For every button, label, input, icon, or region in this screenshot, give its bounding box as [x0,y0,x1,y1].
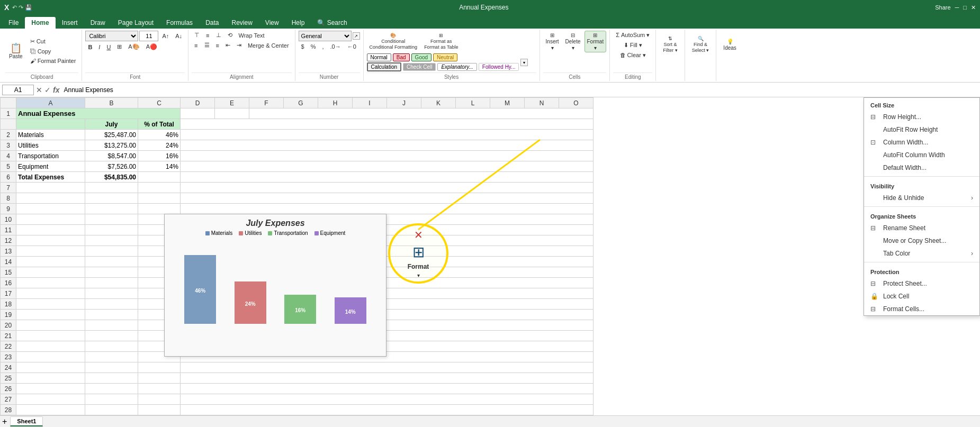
rename-sheet-item[interactable]: ⊟ Rename Sheet [864,222,979,234]
column-width-item[interactable]: ⊡ Column Width... [864,136,979,149]
col-header-m[interactable]: M [490,98,525,108]
autofit-col-width-item[interactable]: AutoFit Column Width [864,149,979,161]
style-normal[interactable]: Normal [367,53,391,61]
tab-formulas[interactable]: Formulas [160,17,199,29]
percent-btn[interactable]: $ [299,42,307,51]
insert-button[interactable]: ⊞ Insert ▾ [543,31,562,52]
tab-view[interactable]: View [259,17,285,29]
merge-center-btn[interactable]: Merge & Center [245,41,292,50]
style-neutral[interactable]: Neutral [433,53,457,61]
tab-draw[interactable]: Draw [84,17,112,29]
grid-container[interactable]: A B C D E F G H I J K L M N O [0,97,980,415]
add-sheet-btn[interactable]: + [2,417,7,426]
cell-b4[interactable]: $8,547.00 [85,151,138,161]
confirm-formula-icon[interactable]: ✓ [44,86,51,94]
format-as-table-btn[interactable]: ⊞ Format as Format as Table [421,31,461,52]
style-check[interactable]: Check Cell [403,63,436,71]
chart-container[interactable]: July Expenses Materials Utilities Transp… [164,214,386,357]
formula-input[interactable]: Annual Expenses [61,85,978,95]
style-good[interactable]: Good [411,53,431,61]
cell-b5[interactable]: $7,526.00 [85,161,138,172]
protect-sheet-item[interactable]: ⊟ Protect Sheet... [864,277,979,290]
expand-number-btn[interactable]: ↗ [353,32,360,40]
cell-a6[interactable]: Total Expenses [16,172,85,183]
align-middle-btn[interactable]: ≡ [203,31,212,40]
tab-data[interactable]: Data [199,17,225,29]
cancel-formula-icon[interactable]: ✕ [36,86,42,94]
col-header-k[interactable]: K [421,98,456,108]
align-right-btn[interactable]: ≡ [213,41,222,50]
paste-button[interactable]: 📋 Paste [5,31,26,71]
autofit-row-height-item[interactable]: AutoFit Row Height [864,123,979,136]
col-header-i[interactable]: I [353,98,387,108]
cell-d1[interactable] [181,108,215,119]
cell-a3[interactable]: Utilities [16,140,85,151]
col-header-h[interactable]: H [318,98,353,108]
search-box[interactable]: 🔍 Search [311,17,353,29]
col-header-n[interactable]: N [525,98,559,108]
font-size-input[interactable] [139,31,158,41]
conditional-formatting-btn[interactable]: 🎨 Conditional Conditional Formatting [367,31,420,52]
hide-unhide-item[interactable]: Hide & Unhide › [864,192,979,204]
col-header-j[interactable]: J [387,98,421,108]
tab-home[interactable]: Home [25,17,55,29]
default-width-item[interactable]: Default Width... [864,161,979,174]
font-color-button[interactable]: A🔴 [143,42,160,51]
cell-a-hdr[interactable] [16,119,85,130]
cell-c4[interactable]: 16% [138,151,181,161]
tab-page-layout[interactable]: Page Layout [112,17,160,29]
minimize-btn[interactable]: ─ [955,4,959,11]
col-header-o[interactable]: O [559,98,594,108]
col-header-c[interactable]: C [138,98,181,108]
orientation-btn[interactable]: ⟲ [225,31,235,40]
align-left-btn[interactable]: ≡ [192,41,200,50]
format-button[interactable]: ⊞ Format ▾ [585,31,607,52]
indent-dec-btn[interactable]: ⇤ [223,41,233,50]
cell-b6[interactable]: $54,835.00 [85,172,138,183]
cell-c6[interactable] [138,172,181,183]
align-center-btn[interactable]: ☰ [202,41,212,50]
sort-filter-button[interactable]: ⇅ Sort & Filter ▾ [659,31,681,58]
cell-e1[interactable] [215,108,249,119]
row-height-item[interactable]: ⊟ Row Height... [864,111,979,123]
format-cells-item[interactable]: ⊟ Format Cells... [864,303,979,315]
cell-b3[interactable]: $13,275.00 [85,140,138,151]
copy-button[interactable]: ⿻ Copy [28,47,79,56]
align-top-btn[interactable]: ⊤ [192,31,202,40]
dec-inc-btn[interactable]: .0→ [328,42,344,51]
decrease-font-btn[interactable]: A↓ [173,32,185,40]
cell-a4[interactable]: Transportation [16,151,85,161]
border-button[interactable]: ⊞ [114,42,124,51]
underline-button[interactable]: U [104,43,113,51]
style-bad[interactable]: Bad [393,53,410,61]
autosum-button[interactable]: Σ AutoSum ▾ [613,31,652,40]
bold-button[interactable]: B [85,43,95,51]
style-calc[interactable]: Calculation [367,62,401,71]
cut-button[interactable]: ✂ Cut [28,37,79,46]
font-name-select[interactable]: Calibri [85,31,138,41]
cell-a5[interactable]: Equipment [16,161,85,172]
align-bottom-btn[interactable]: ⊥ [213,31,224,40]
sheet-tab-1[interactable]: Sheet1 [10,416,43,426]
find-select-button[interactable]: 🔍 Find & Select ▾ [688,31,713,58]
cell-c3[interactable]: 24% [138,140,181,151]
indent-inc-btn[interactable]: ⇥ [234,41,244,50]
wrap-text-btn[interactable]: Wrap Text [236,31,267,40]
close-btn[interactable]: ✕ [971,4,976,11]
share-btn[interactable]: Share [935,4,950,11]
maximize-btn[interactable]: □ [963,4,967,11]
cell-a2[interactable]: Materials [16,130,85,140]
dec-dec-btn[interactable]: ←0 [345,42,359,51]
tab-insert[interactable]: Insert [56,17,84,29]
style-expl[interactable]: Explanatory... [437,63,476,71]
clear-button[interactable]: 🗑 Clear ▾ [617,51,649,60]
col-header-g[interactable]: G [284,98,318,108]
fill-color-button[interactable]: A🎨 [125,42,142,51]
col-header-e[interactable]: E [215,98,249,108]
number-format-select[interactable]: General Number Currency [299,31,352,41]
cell-b-hdr[interactable]: July [85,119,138,130]
col-header-d[interactable]: D [181,98,215,108]
delete-button[interactable]: ⊟ Delete ▾ [563,31,583,52]
cell-c-hdr[interactable]: % of Total [138,119,181,130]
move-copy-item[interactable]: Move or Copy Sheet... [864,234,979,247]
